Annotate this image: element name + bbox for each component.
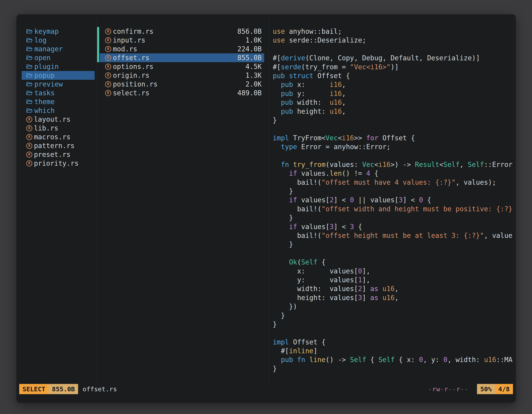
cursor-position-badge: 4/8 xyxy=(495,384,513,394)
folder-icon xyxy=(26,37,33,43)
file-name: confirm.rs xyxy=(113,27,153,35)
rust-file-icon: R xyxy=(26,152,32,158)
file-size: 856.0B xyxy=(237,27,262,35)
code-line: if values.len() != 4 { xyxy=(273,169,516,178)
file-size: 855.0B xyxy=(237,54,262,62)
sidebar-item-keymap[interactable]: keymap xyxy=(22,27,95,36)
code-line: } xyxy=(273,187,516,195)
code-line: } xyxy=(273,320,516,329)
file-name: offset.rs xyxy=(113,54,150,62)
file-preview-pane: use anyhow::bail;use serde::Deserialize;… xyxy=(269,14,516,384)
sidebar-item-layout-rs[interactable]: Rlayout.rs xyxy=(22,115,95,124)
rust-file-icon: R xyxy=(105,90,111,96)
code-line xyxy=(273,45,516,54)
sidebar-item-theme[interactable]: theme xyxy=(22,97,95,106)
mode-badge: SELECT xyxy=(19,384,49,394)
sidebar-item-label: macros.rs xyxy=(34,133,71,141)
sidebar-item-popup[interactable]: popup xyxy=(22,71,95,80)
parent-directory-pane: keymaplogmanageropenpluginpopuppreviewta… xyxy=(16,14,97,384)
folder-icon xyxy=(26,72,33,78)
rust-file-icon: R xyxy=(105,37,111,43)
file-row-position-rs[interactable]: Rposition.rs2.0K xyxy=(100,80,264,88)
code-line: } xyxy=(273,240,516,249)
sidebar-item-label: popup xyxy=(34,71,55,79)
selection-marker xyxy=(97,45,99,53)
code-line: } xyxy=(273,116,516,125)
sidebar-item-log[interactable]: log xyxy=(22,36,95,45)
file-row-offset-rs[interactable]: Roffset.rs855.0B xyxy=(100,53,264,62)
code-line: impl Offset { xyxy=(273,338,516,347)
code-line: y: values[1], xyxy=(273,276,516,284)
status-bar-right: -rw-r--r-- 50% 4/8 xyxy=(428,384,513,394)
rust-file-icon: R xyxy=(26,143,32,149)
rust-file-icon: R xyxy=(105,72,111,78)
file-row-options-rs[interactable]: Roptions.rs4.5K xyxy=(100,62,264,71)
code-line: use anyhow::bail; xyxy=(273,27,516,36)
sidebar-item-label: which xyxy=(34,106,55,115)
scroll-percent-badge: 50% xyxy=(477,384,495,394)
code-line: #[serde(try_from = "Vec<i16>")] xyxy=(273,63,516,71)
sidebar-item-plugin[interactable]: plugin xyxy=(22,62,95,71)
code-line: use serde::Deserialize; xyxy=(273,36,516,45)
code-line xyxy=(273,329,516,337)
sidebar-item-label: lib.rs xyxy=(34,124,58,132)
sidebar-item-label: open xyxy=(34,54,50,62)
code-line: pub height: u16, xyxy=(273,107,516,116)
rust-file-icon: R xyxy=(105,29,111,35)
sidebar-item-preview[interactable]: preview xyxy=(22,80,95,88)
sidebar-item-tasks[interactable]: tasks xyxy=(22,88,95,97)
rust-file-icon: R xyxy=(26,134,32,140)
sidebar-item-label: plugin xyxy=(34,63,59,71)
sidebar-item-open[interactable]: open xyxy=(22,53,95,62)
code-preview: use anyhow::bail;use serde::Deserialize;… xyxy=(273,27,516,373)
sidebar-item-label: priority.rs xyxy=(34,159,79,167)
rust-file-icon: R xyxy=(105,81,111,87)
selection-marker xyxy=(97,27,99,36)
folder-icon xyxy=(26,81,33,87)
sidebar-item-label: pattern.rs xyxy=(34,142,75,150)
code-line xyxy=(273,151,516,160)
code-line: } xyxy=(273,213,516,222)
sidebar-item-label: layout.rs xyxy=(34,115,71,123)
folder-icon xyxy=(26,108,33,114)
code-line: pub x: i16, xyxy=(273,80,516,89)
file-row-origin-rs[interactable]: Rorigin.rs1.3K xyxy=(100,71,264,80)
code-line: #[derive(Clone, Copy, Debug, Default, De… xyxy=(273,54,516,62)
file-permissions: -rw-r--r-- xyxy=(428,385,468,393)
file-name: input.rs xyxy=(113,36,145,44)
sidebar-item-label: log xyxy=(34,36,47,44)
file-row-input-rs[interactable]: Rinput.rs1.0K xyxy=(100,36,264,45)
code-line: bail!("offset width and height must be p… xyxy=(273,204,516,213)
code-line: } xyxy=(273,364,516,373)
rust-file-icon: R xyxy=(26,160,32,166)
rust-file-icon: R xyxy=(105,46,111,52)
sidebar-item-priority-rs[interactable]: Rpriority.rs xyxy=(22,159,95,168)
sidebar-item-macros-rs[interactable]: Rmacros.rs xyxy=(22,133,95,141)
code-line: pub fn line() -> Self { Self { x: 0, y: … xyxy=(273,355,516,364)
current-directory-pane: Rconfirm.rs856.0BRinput.rs1.0KRmod.rs224… xyxy=(97,14,269,384)
code-line: if values[2] < 0 || values[3] < 0 { xyxy=(273,195,516,204)
code-line: pub y: i16, xyxy=(273,89,516,98)
folder-icon xyxy=(26,99,33,105)
folder-icon xyxy=(26,29,33,35)
sidebar-item-lib-rs[interactable]: Rlib.rs xyxy=(22,124,95,133)
code-line: impl TryFrom<Vec<i16>> for Offset { xyxy=(273,134,516,142)
selection-marker xyxy=(97,53,99,62)
code-line: #[inline] xyxy=(273,347,516,355)
sidebar-item-which[interactable]: which xyxy=(22,106,95,115)
file-size-badge: 855.0B xyxy=(49,384,78,394)
rust-file-icon: R xyxy=(105,55,111,61)
file-size: 489.0B xyxy=(237,89,262,97)
rust-file-icon: R xyxy=(26,116,32,123)
sidebar-item-manager[interactable]: manager xyxy=(22,45,95,53)
sidebar-item-preset-rs[interactable]: Rpreset.rs xyxy=(22,150,95,159)
code-line: bail!("offset height must be at least 3:… xyxy=(273,231,516,240)
file-row-select-rs[interactable]: Rselect.rs489.0B xyxy=(100,88,264,97)
desktop-background: keymaplogmanageropenpluginpopuppreviewta… xyxy=(0,0,532,414)
code-line xyxy=(273,249,516,258)
sidebar-item-label: theme xyxy=(34,98,55,106)
file-row-mod-rs[interactable]: Rmod.rs224.0B xyxy=(100,45,264,53)
sidebar-item-pattern-rs[interactable]: Rpattern.rs xyxy=(22,141,95,150)
file-row-confirm-rs[interactable]: Rconfirm.rs856.0B xyxy=(100,27,264,36)
file-size: 4.5K xyxy=(246,63,262,71)
